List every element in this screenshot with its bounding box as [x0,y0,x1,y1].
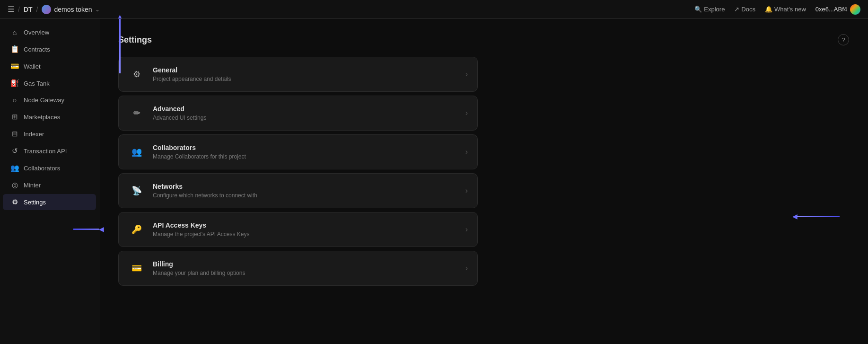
collaborators-title: Collaborators [153,144,465,151]
advanced-chevron-icon: › [465,109,468,117]
sidebar-item-node-gateway[interactable]: ○ Node Gateway [3,92,96,108]
sidebar-label-gas-tank: Gas Tank [24,80,50,87]
address-label: 0xe6...ABf4 [815,6,847,13]
sidebar-item-contracts[interactable]: 📋 Contracts [3,41,96,57]
settings-card-networks[interactable]: 📡 Networks Configure which networks to c… [118,173,478,208]
hamburger-icon[interactable]: ☰ [8,5,14,14]
billing-chevron-icon: › [465,264,468,273]
indexer-icon: ⊟ [10,130,19,138]
networks-content: Networks Configure which networks to con… [153,183,465,199]
sidebar-label-indexer: Indexer [24,131,44,138]
whats-new-link[interactable]: 🔔 What's new [765,6,806,13]
sidebar-item-transaction-api[interactable]: ↺ Transaction API [3,143,96,159]
settings-card-general[interactable]: ⚙ General Project appearance and details… [118,57,478,92]
billing-icon: 💳 [128,260,145,277]
sidebar-item-gas-tank[interactable]: ⛽ Gas Tank [3,75,96,91]
whats-new-label: What's new [774,6,806,13]
collaborators-content: Collaborators Manage Collaborators for t… [153,144,465,160]
sidebar-item-collaborators[interactable]: 👥 Collaborators [3,160,96,176]
docs-link[interactable]: ↗ Docs [734,6,755,13]
settings-card-advanced[interactable]: ✏ Advanced Advanced UI settings › [118,96,478,131]
explore-link[interactable]: 🔍 Explore [694,6,725,13]
advanced-content: Advanced Advanced UI settings [153,105,465,121]
api-access-keys-chevron-icon: › [465,225,468,234]
contracts-icon: 📋 [10,45,19,53]
page-header: Settings ? [118,34,849,45]
breadcrumb-slash2: / [36,6,38,13]
sidebar-item-marketplaces[interactable]: ⊞ Marketplaces [3,109,96,125]
billing-content: Billing Manage your plan and billing opt… [153,260,465,276]
sidebar-label-minter: Minter [24,182,41,189]
question-mark: ? [842,36,845,44]
billing-title: Billing [153,260,465,268]
sidebar-label-contracts: Contracts [24,46,50,53]
project-chevron-icon: ⌄ [95,6,100,13]
sidebar-item-wallet[interactable]: 💳 Wallet [3,58,96,74]
topnav-right: 🔍 Explore ↗ Docs 🔔 What's new 0xe6...ABf… [694,4,860,15]
settings-card-billing[interactable]: 💳 Billing Manage your plan and billing o… [118,251,478,286]
api-access-keys-content: API Access Keys Manage the project's API… [153,221,465,238]
marketplaces-icon: ⊞ [10,113,19,121]
explore-label: Explore [704,6,725,13]
sidebar-label-overview: Overview [24,29,49,36]
advanced-title: Advanced [153,105,465,113]
networks-desc: Configure which networks to connect with [153,192,465,199]
api-access-keys-desc: Manage the project's API Access Keys [153,231,465,238]
networks-title: Networks [153,183,465,190]
topnav-left: ☰ / DT / demos token ⌄ [8,5,694,14]
address-avatar [850,4,860,15]
sidebar-item-settings[interactable]: ⚙ Settings [3,194,96,210]
main-layout: ⌂ Overview 📋 Contracts 💳 Wallet ⛽ Gas Ta… [0,19,868,344]
bell-icon: 🔔 [765,6,772,13]
dt-label: DT [24,6,33,13]
settings-icon: ⚙ [10,198,19,206]
wallet-address[interactable]: 0xe6...ABf4 [815,4,860,15]
advanced-desc: Advanced UI settings [153,115,465,121]
settings-card-api-access-keys[interactable]: 🔑 API Access Keys Manage the project's A… [118,212,478,247]
collaborators-settings-icon: 👥 [128,143,145,160]
advanced-icon: ✏ [128,105,145,122]
collaborators-icon: 👥 [10,164,19,172]
sidebar-item-overview[interactable]: ⌂ Overview [3,25,96,40]
main-content: Settings ? ⚙ General Project appearance … [99,19,868,344]
general-chevron-icon: › [465,70,468,79]
general-content: General Project appearance and details [153,66,465,82]
breadcrumb-slash: / [18,6,20,13]
minter-icon: ◎ [10,181,19,189]
gas-tank-icon: ⛽ [10,79,19,88]
networks-icon: 📡 [128,182,145,199]
settings-card-collaborators[interactable]: 👥 Collaborators Manage Collaborators for… [118,134,478,169]
general-icon: ⚙ [128,66,145,83]
project-name: demos token [54,6,92,13]
explore-icon: 🔍 [694,6,702,13]
project-selector[interactable]: demos token ⌄ [42,5,99,14]
sidebar: ⌂ Overview 📋 Contracts 💳 Wallet ⛽ Gas Ta… [0,19,99,344]
page-title: Settings [118,35,152,45]
sidebar-label-transaction-api: Transaction API [24,148,67,155]
sidebar-label-collaborators: Collaborators [24,165,60,172]
docs-label: Docs [741,6,755,13]
general-desc: Project appearance and details [153,76,465,82]
transaction-api-icon: ↺ [10,147,19,155]
help-icon[interactable]: ? [838,34,849,45]
docs-arrow-icon: ↗ [734,6,739,13]
topnav: ☰ / DT / demos token ⌄ 🔍 Explore ↗ Docs … [0,0,868,19]
collaborators-chevron-icon: › [465,148,468,156]
api-key-icon: 🔑 [128,221,145,238]
wallet-icon: 💳 [10,62,19,71]
networks-chevron-icon: › [465,186,468,195]
api-access-keys-title: API Access Keys [153,221,465,229]
sidebar-label-node-gateway: Node Gateway [24,97,64,104]
sidebar-label-marketplaces: Marketplaces [24,114,60,121]
node-gateway-icon: ○ [10,96,19,104]
sidebar-label-wallet: Wallet [24,63,41,70]
sidebar-item-minter[interactable]: ◎ Minter [3,177,96,193]
sidebar-item-indexer[interactable]: ⊟ Indexer [3,126,96,142]
home-icon: ⌂ [10,28,19,36]
project-avatar [42,5,51,14]
collaborators-desc: Manage Collaborators for this project [153,153,465,160]
settings-list: ⚙ General Project appearance and details… [118,57,478,286]
billing-desc: Manage your plan and billing options [153,270,465,276]
sidebar-label-settings: Settings [24,199,46,206]
general-title: General [153,66,465,74]
